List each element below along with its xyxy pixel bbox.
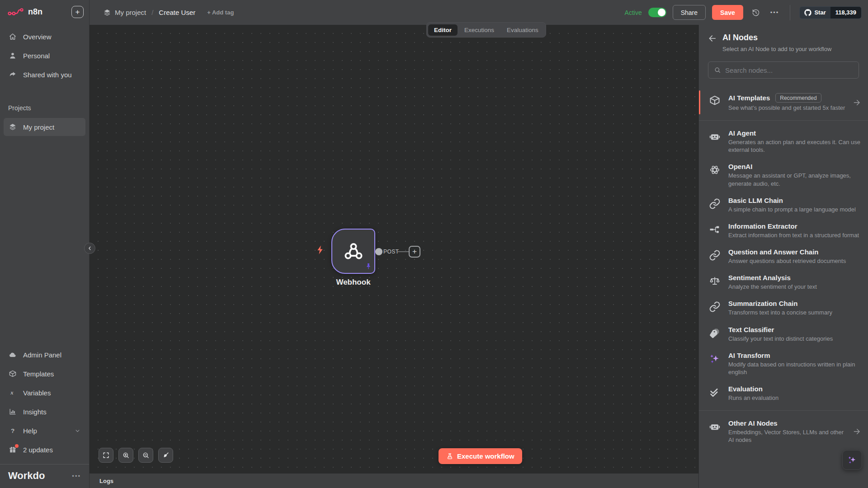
sparkles-icon bbox=[847, 455, 857, 465]
sidebar-item-shared-with-you[interactable]: Shared with you bbox=[4, 66, 85, 84]
workspace-menu-icon[interactable]: ••• bbox=[72, 473, 81, 479]
n8n-logo-icon bbox=[7, 7, 25, 17]
tidy-up-button[interactable] bbox=[158, 448, 173, 463]
fit-view-icon bbox=[102, 451, 110, 459]
ai-node-description: Extract information from text in a struc… bbox=[728, 231, 861, 239]
ai-assistant-button[interactable] bbox=[842, 450, 862, 470]
tab-executions[interactable]: Executions bbox=[458, 24, 500, 36]
tab-evaluations[interactable]: Evaluations bbox=[501, 24, 544, 36]
ai-node-description: A simple chain to prompt a large languag… bbox=[728, 206, 861, 213]
box-icon bbox=[8, 369, 17, 378]
active-label: Active bbox=[625, 9, 642, 16]
canvas-controls bbox=[99, 448, 173, 463]
panel-subtitle: Select an AI Node to add to your workflo… bbox=[722, 46, 831, 52]
ai-node-item-question-and-answer-chain[interactable]: Question and Answer Chain Answer questio… bbox=[699, 244, 868, 269]
ai-node-item-sentiment-analysis[interactable]: Sentiment Analysis Analyze the sentiment… bbox=[699, 269, 868, 295]
ai-node-description: See what's possible and get started 5x f… bbox=[728, 104, 846, 112]
ai-node-item-ai-agent[interactable]: AI Agent Generates an action plan and ex… bbox=[699, 125, 868, 158]
ai-node-name: Summarization Chain bbox=[728, 300, 797, 307]
panel-header: AI Nodes Select an AI Node to add to you… bbox=[699, 25, 868, 52]
ai-node-item-other-ai-nodes[interactable]: Other AI Nodes Embeddings, Vector Stores… bbox=[699, 415, 868, 448]
fit-view-button[interactable] bbox=[99, 448, 113, 463]
sidebar-item-insights[interactable]: Insights bbox=[4, 403, 85, 421]
box-icon bbox=[708, 93, 722, 106]
connector-method-label: POST bbox=[383, 249, 399, 255]
zoom-in-button[interactable] bbox=[118, 448, 133, 463]
ai-node-item-summarization-chain[interactable]: Summarization Chain Transforms text into… bbox=[699, 295, 868, 321]
ai-node-item-text-classifier[interactable]: Text Classifier Classify your text into … bbox=[699, 321, 868, 347]
ai-node-item-basic-llm-chain[interactable]: Basic LLM Chain A simple chain to prompt… bbox=[699, 192, 868, 218]
ai-node-description: Classify your text into distinct categor… bbox=[728, 335, 861, 343]
ai-node-name: Question and Answer Chain bbox=[728, 248, 818, 256]
add-tag-button[interactable]: + Add tag bbox=[207, 9, 234, 16]
toggle-knob bbox=[658, 9, 665, 16]
zoom-out-button[interactable] bbox=[138, 448, 153, 463]
ai-node-item-evaluation[interactable]: Evaluation Runs an evaluation bbox=[699, 380, 868, 406]
logs-title: Logs bbox=[99, 478, 113, 484]
arrow-right-icon bbox=[853, 99, 861, 107]
share-button[interactable]: Share bbox=[673, 5, 706, 20]
logs-bar[interactable]: Logs bbox=[90, 473, 698, 488]
back-button[interactable] bbox=[708, 33, 717, 44]
ai-node-name: AI Agent bbox=[728, 129, 756, 137]
ai-node-item-ai-transform[interactable]: AI Transform Modify data based on instru… bbox=[699, 347, 868, 380]
add-node-button[interactable]: + bbox=[409, 246, 420, 258]
sidebar-item-2-updates[interactable]: 2 updates bbox=[4, 441, 85, 459]
n8n-app: n8n + Overview Personal Shared with you … bbox=[0, 0, 868, 488]
sidebar-collapse-button[interactable] bbox=[84, 243, 95, 254]
active-toggle[interactable] bbox=[648, 8, 666, 17]
ai-node-item-openai[interactable]: OpenAI Message an assistant or GPT, anal… bbox=[699, 158, 868, 192]
ai-nodes-list: AI Templates Recommended See what's poss… bbox=[699, 89, 868, 488]
connector-line bbox=[398, 251, 409, 252]
home-icon bbox=[8, 32, 17, 41]
sidebar-item-help[interactable]: Help bbox=[4, 422, 85, 440]
question-icon bbox=[8, 426, 17, 435]
panel-title: AI Nodes bbox=[722, 33, 831, 42]
more-options-button[interactable]: ••• bbox=[769, 7, 781, 18]
var-icon bbox=[8, 388, 17, 397]
ai-node-description: Runs an evaluation bbox=[728, 394, 861, 402]
history-button[interactable] bbox=[750, 6, 762, 19]
breadcrumb: My project / Create User + Add tag bbox=[103, 9, 234, 17]
chevron-left-icon bbox=[87, 245, 93, 251]
github-star-button[interactable]: Star bbox=[800, 7, 830, 19]
save-button[interactable]: Save bbox=[712, 5, 743, 20]
sidebar-item-variables[interactable]: Variables bbox=[4, 384, 85, 402]
sidebar-item-my-project[interactable]: My project bbox=[4, 118, 85, 136]
ai-node-name: AI Templates bbox=[728, 94, 770, 102]
layers-icon bbox=[103, 9, 111, 17]
github-star-widget[interactable]: Star 118,339 bbox=[799, 6, 862, 19]
breadcrumb-page-title[interactable]: Create User bbox=[159, 9, 195, 16]
notification-dot bbox=[15, 444, 19, 448]
sidebar-item-templates[interactable]: Templates bbox=[4, 365, 85, 383]
search-input[interactable] bbox=[725, 66, 853, 74]
github-star-count: 118,339 bbox=[830, 7, 861, 19]
cloud-icon bbox=[8, 350, 17, 359]
execute-workflow-button[interactable]: Execute workflow bbox=[439, 448, 522, 464]
chevron-down-icon bbox=[74, 427, 81, 434]
sidebar-item-personal[interactable]: Personal bbox=[4, 47, 85, 65]
new-workflow-button[interactable]: + bbox=[71, 6, 84, 18]
webhook-node[interactable] bbox=[331, 229, 375, 274]
ai-node-name: Information Extractor bbox=[728, 222, 797, 230]
workspace-row[interactable]: Workdo ••• bbox=[0, 465, 89, 488]
workflow-canvas[interactable]: Webhook POST + Execute workflow bbox=[90, 25, 698, 473]
layers-icon bbox=[8, 122, 17, 131]
pin-icon bbox=[364, 263, 373, 271]
list-divider bbox=[699, 120, 868, 121]
list-divider bbox=[699, 410, 868, 411]
breadcrumb-project[interactable]: My project bbox=[115, 9, 146, 16]
ai-node-item-information-extractor[interactable]: Information Extractor Extract informatio… bbox=[699, 218, 868, 244]
webhook-node-label: Webhook bbox=[331, 278, 375, 287]
sidebar-item-overview[interactable]: Overview bbox=[4, 28, 85, 46]
zoom-out-icon bbox=[142, 451, 150, 459]
link-icon bbox=[708, 300, 722, 313]
robot-icon bbox=[708, 129, 722, 142]
ai-node-item-ai-templates[interactable]: AI Templates Recommended See what's poss… bbox=[699, 89, 868, 116]
sidebar-item-admin-panel[interactable]: Admin Panel bbox=[4, 346, 85, 364]
tab-editor[interactable]: Editor bbox=[428, 24, 458, 36]
sidebar-nav-top: Overview Personal Shared with you bbox=[0, 24, 89, 84]
ai-node-name: Basic LLM Chain bbox=[728, 197, 783, 204]
sidebar-nav-bottom: Admin Panel Templates Variables Insights… bbox=[0, 342, 89, 460]
output-connector[interactable] bbox=[375, 248, 382, 255]
